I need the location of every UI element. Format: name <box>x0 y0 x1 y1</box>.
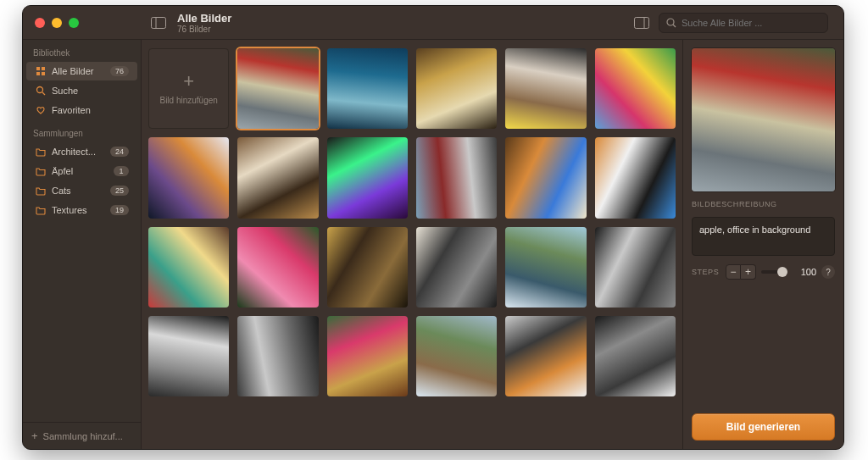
toggle-inspector-button[interactable] <box>632 13 652 33</box>
image-thumbnail[interactable] <box>595 48 676 129</box>
app-window: Alle Bilder 76 Bilder Bibliothek Alle Bi… <box>22 5 844 450</box>
svg-rect-0 <box>152 17 166 28</box>
sidebar-item-label: Äpfel <box>52 166 108 176</box>
sidebar-item-label: Cats <box>52 186 105 196</box>
image-thumbnail[interactable] <box>327 227 408 308</box>
sidebar-item-suche[interactable]: Suche <box>26 81 137 100</box>
selected-image-preview[interactable] <box>692 48 835 191</box>
search-input[interactable] <box>682 18 821 28</box>
image-thumbnail[interactable] <box>237 227 318 308</box>
add-collection-label: Sammlung hinzuf... <box>43 431 123 441</box>
close-window-button[interactable] <box>35 18 45 28</box>
sidebar-item-label: Architect... <box>52 147 105 157</box>
page-subtitle: 76 Bilder <box>177 25 231 34</box>
sidebar-item-label: Alle Bilder <box>52 66 105 76</box>
image-thumbnail[interactable] <box>327 137 408 218</box>
image-thumbnail[interactable] <box>416 137 497 218</box>
main-area: +Bild hinzufügen BILDBESCHREIBUNG apple,… <box>142 40 843 449</box>
svg-line-11 <box>42 92 45 95</box>
folder-icon <box>35 185 47 197</box>
image-thumbnail[interactable] <box>416 316 497 396</box>
add-image-label: Bild hinzufügen <box>159 96 217 105</box>
plus-icon: + <box>183 72 194 91</box>
image-thumbnail[interactable] <box>595 137 676 218</box>
image-thumbnail[interactable] <box>595 316 676 396</box>
toggle-sidebar-button[interactable] <box>148 13 169 33</box>
description-section-label: BILDBESCHREIBUNG <box>692 200 835 208</box>
image-grid-scroll[interactable]: +Bild hinzufügen <box>142 40 682 449</box>
page-title: Alle Bilder <box>177 12 231 25</box>
image-thumbnail[interactable] <box>416 227 497 308</box>
search-field[interactable] <box>659 13 828 33</box>
folder-icon <box>35 204 47 216</box>
image-thumbnail[interactable] <box>148 316 229 396</box>
steps-section-label: STEPS <box>692 268 721 276</box>
image-thumbnail[interactable] <box>148 227 229 308</box>
image-thumbnail[interactable] <box>505 227 586 308</box>
sidebar-item-count: 19 <box>110 205 129 215</box>
image-thumbnail[interactable] <box>416 48 497 129</box>
svg-rect-8 <box>36 72 40 75</box>
sidebar-item-label: Textures <box>52 205 105 215</box>
sidebar-collection--pfel[interactable]: Äpfel1 <box>26 162 137 180</box>
sidebar-collection-textures[interactable]: Textures19 <box>26 201 137 219</box>
sidebar-section-collections: Sammlungen <box>23 120 141 141</box>
image-thumbnail[interactable] <box>327 316 408 396</box>
folder-icon <box>35 146 47 158</box>
add-image-tile[interactable]: +Bild hinzufügen <box>148 48 229 129</box>
steps-increment-button[interactable]: + <box>741 264 756 280</box>
image-thumbnail[interactable] <box>595 227 676 308</box>
image-thumbnail[interactable] <box>505 48 586 129</box>
svg-point-4 <box>667 19 674 25</box>
svg-line-5 <box>673 25 676 27</box>
svg-rect-9 <box>42 72 45 75</box>
image-thumbnail[interactable] <box>505 137 586 218</box>
sidebar-item-count: 76 <box>110 66 129 76</box>
image-grid: +Bild hinzufügen <box>148 48 676 396</box>
image-thumbnail[interactable] <box>237 137 318 218</box>
svg-point-10 <box>37 87 43 93</box>
minimize-window-button[interactable] <box>52 18 62 28</box>
description-input[interactable]: apple, office in background <box>692 217 835 256</box>
sidebar-item-count: 1 <box>114 166 129 176</box>
sidebar: Bibliothek Alle Bilder76SucheFavoriten S… <box>23 40 142 449</box>
sidebar-item-count: 25 <box>110 186 129 196</box>
image-thumbnail[interactable] <box>237 316 318 396</box>
svg-rect-2 <box>635 17 649 28</box>
grid-icon <box>35 65 47 77</box>
sidebar-item-count: 24 <box>110 147 129 157</box>
image-thumbnail[interactable] <box>505 316 586 396</box>
folder-icon <box>35 165 47 177</box>
steps-value: 100 <box>793 267 816 277</box>
steps-decrement-button[interactable]: − <box>726 264 741 280</box>
sidebar-item-label: Favoriten <box>52 105 129 115</box>
window-controls <box>23 18 142 28</box>
image-thumbnail[interactable] <box>327 48 408 129</box>
search-icon <box>666 18 676 28</box>
svg-rect-6 <box>36 67 40 70</box>
sidebar-item-alle-bilder[interactable]: Alle Bilder76 <box>26 62 137 80</box>
title-block: Alle Bilder 76 Bilder <box>169 12 231 34</box>
sidebar-section-library: Bibliothek <box>23 40 141 61</box>
steps-slider[interactable] <box>761 270 787 274</box>
sidebar-item-label: Suche <box>52 86 129 96</box>
generate-button[interactable]: Bild generieren <box>692 413 835 441</box>
sidebar-item-favoriten[interactable]: Favoriten <box>26 101 137 119</box>
sidebar-collection-cats[interactable]: Cats25 <box>26 181 137 200</box>
plus-icon: + <box>31 430 38 442</box>
steps-stepper: − + <box>726 264 756 280</box>
heart-icon <box>35 104 47 116</box>
image-thumbnail[interactable] <box>148 137 229 218</box>
inspector-panel: BILDBESCHREIBUNG apple, office in backgr… <box>682 40 843 449</box>
sidebar-collection-architect-[interactable]: Architect...24 <box>26 142 137 161</box>
search-icon <box>35 85 47 97</box>
svg-rect-7 <box>42 67 45 70</box>
steps-help-button[interactable]: ? <box>821 265 835 279</box>
zoom-window-button[interactable] <box>69 18 79 28</box>
image-thumbnail[interactable] <box>237 48 318 129</box>
titlebar: Alle Bilder 76 Bilder <box>23 6 843 40</box>
add-collection-button[interactable]: + Sammlung hinzuf... <box>23 422 141 449</box>
